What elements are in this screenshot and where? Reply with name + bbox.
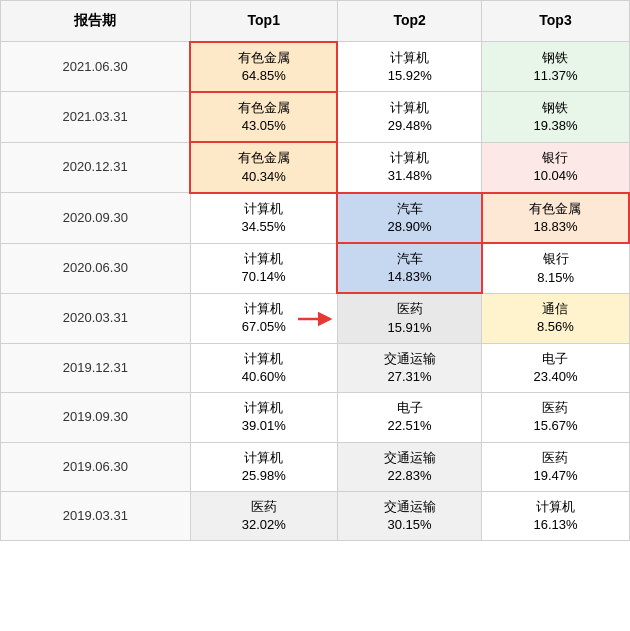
top1-cell: 计算机40.60% <box>190 343 337 392</box>
table-row: 2019.09.30计算机39.01%电子22.51%医药15.67% <box>1 393 630 442</box>
top1-cell: 医药32.02% <box>190 491 337 540</box>
top3-cell: 医药19.47% <box>482 442 629 491</box>
top2-pct: 31.48% <box>388 167 432 185</box>
table-row: 2019.03.31医药32.02%交通运输30.15%计算机16.13% <box>1 491 630 540</box>
top1-name: 有色金属 <box>238 99 290 117</box>
top1-name: 计算机 <box>244 449 283 467</box>
top2-cell: 计算机29.48% <box>337 92 482 142</box>
top3-pct: 11.37% <box>533 67 577 85</box>
top1-pct: 40.60% <box>242 368 286 386</box>
top2-cell: 医药15.91% <box>337 293 482 343</box>
top1-pct: 67.05% <box>242 318 286 336</box>
top3-cell: 电子23.40% <box>482 343 629 392</box>
top2-name: 计算机 <box>390 99 429 117</box>
top1-pct: 25.98% <box>242 467 286 485</box>
header-top3: Top3 <box>482 1 629 42</box>
top1-name: 计算机 <box>244 399 283 417</box>
top2-cell: 电子22.51% <box>337 393 482 442</box>
top1-name: 有色金属 <box>238 149 290 167</box>
top2-pct: 30.15% <box>388 516 432 534</box>
top2-cell: 汽车28.90% <box>337 193 482 243</box>
header-top1: Top1 <box>190 1 337 42</box>
top3-name: 计算机 <box>536 498 575 516</box>
top2-pct: 22.51% <box>388 417 432 435</box>
date-cell: 2019.09.30 <box>1 393 191 442</box>
top1-cell: 有色金属40.34% <box>190 142 337 192</box>
top2-name: 汽车 <box>397 200 423 218</box>
header-date: 报告期 <box>1 1 191 42</box>
top2-cell: 汽车14.83% <box>337 243 482 293</box>
top3-name: 医药 <box>542 449 568 467</box>
top1-pct: 32.02% <box>242 516 286 534</box>
date-cell: 2020.12.31 <box>1 142 191 192</box>
top3-cell: 钢铁11.37% <box>482 42 629 92</box>
top3-name: 钢铁 <box>542 49 568 67</box>
date-cell: 2021.03.31 <box>1 92 191 142</box>
top3-name: 通信 <box>542 300 568 318</box>
top3-name: 电子 <box>542 350 568 368</box>
table-row: 2020.12.31有色金属40.34%计算机31.48%银行10.04% <box>1 142 630 192</box>
top3-pct: 18.83% <box>533 218 577 236</box>
top3-pct: 23.40% <box>533 368 577 386</box>
top2-name: 电子 <box>397 399 423 417</box>
table-row: 2020.03.31计算机67.05%医药15.91%通信8.56% <box>1 293 630 343</box>
top3-name: 银行 <box>542 149 568 167</box>
top3-name: 银行 <box>543 250 569 268</box>
top1-pct: 64.85% <box>242 67 286 85</box>
table-row: 2020.06.30计算机70.14%汽车14.83%银行8.15% <box>1 243 630 293</box>
main-table: 报告期 Top1 Top2 Top3 2021.06.30有色金属64.85%计… <box>0 0 630 541</box>
top2-name: 交通运输 <box>384 449 436 467</box>
date-cell: 2021.06.30 <box>1 42 191 92</box>
date-cell: 2019.12.31 <box>1 343 191 392</box>
top1-pct: 43.05% <box>242 117 286 135</box>
top1-name: 有色金属 <box>238 49 290 67</box>
top1-pct: 40.34% <box>242 168 286 186</box>
top2-name: 汽车 <box>397 250 423 268</box>
top2-name: 交通运输 <box>384 498 436 516</box>
top3-pct: 15.67% <box>533 417 577 435</box>
top1-name: 计算机 <box>244 350 283 368</box>
top2-pct: 22.83% <box>388 467 432 485</box>
top3-cell: 银行8.15% <box>482 243 629 293</box>
top2-cell: 交通运输22.83% <box>337 442 482 491</box>
top3-cell: 通信8.56% <box>482 293 629 343</box>
top3-pct: 8.15% <box>537 269 574 287</box>
top1-cell: 计算机70.14% <box>190 243 337 293</box>
top2-name: 医药 <box>397 300 423 318</box>
top2-pct: 29.48% <box>388 117 432 135</box>
top3-cell: 银行10.04% <box>482 142 629 192</box>
top1-name: 计算机 <box>244 200 283 218</box>
top1-name: 计算机 <box>244 250 283 268</box>
table-row: 2019.06.30计算机25.98%交通运输22.83%医药19.47% <box>1 442 630 491</box>
top3-name: 医药 <box>542 399 568 417</box>
header-top2: Top2 <box>337 1 482 42</box>
top3-pct: 16.13% <box>533 516 577 534</box>
top3-cell: 医药15.67% <box>482 393 629 442</box>
top3-cell: 计算机16.13% <box>482 491 629 540</box>
top2-name: 计算机 <box>390 149 429 167</box>
top1-cell: 有色金属64.85% <box>190 42 337 92</box>
top3-pct: 10.04% <box>533 167 577 185</box>
top1-cell: 有色金属43.05% <box>190 92 337 142</box>
top1-cell: 计算机25.98% <box>190 442 337 491</box>
date-cell: 2019.03.31 <box>1 491 191 540</box>
top3-cell: 钢铁19.38% <box>482 92 629 142</box>
top2-name: 计算机 <box>390 49 429 67</box>
top1-cell: 计算机39.01% <box>190 393 337 442</box>
top2-cell: 计算机15.92% <box>337 42 482 92</box>
top1-cell: 计算机34.55% <box>190 193 337 243</box>
date-cell: 2020.03.31 <box>1 293 191 343</box>
date-cell: 2020.06.30 <box>1 243 191 293</box>
top3-name: 钢铁 <box>542 99 568 117</box>
top2-cell: 计算机31.48% <box>337 142 482 192</box>
top2-pct: 15.91% <box>388 319 432 337</box>
top3-cell: 有色金属18.83% <box>482 193 629 243</box>
top1-pct: 39.01% <box>242 417 286 435</box>
top3-name: 有色金属 <box>529 200 581 218</box>
top1-name: 计算机 <box>244 300 283 318</box>
table-row: 2019.12.31计算机40.60%交通运输27.31%电子23.40% <box>1 343 630 392</box>
table-row: 2021.03.31有色金属43.05%计算机29.48%钢铁19.38% <box>1 92 630 142</box>
top3-pct: 19.38% <box>533 117 577 135</box>
top2-pct: 28.90% <box>388 218 432 236</box>
table-row: 2021.06.30有色金属64.85%计算机15.92%钢铁11.37% <box>1 42 630 92</box>
